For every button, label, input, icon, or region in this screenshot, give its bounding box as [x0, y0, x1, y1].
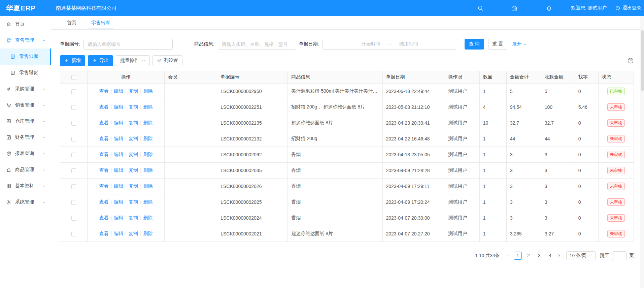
edit-link[interactable]: 编辑 [114, 120, 123, 125]
help-icon[interactable] [627, 57, 634, 64]
bank-icon[interactable] [512, 5, 518, 11]
copy-link[interactable]: 复制 [129, 215, 138, 220]
copy-link[interactable]: 复制 [129, 231, 138, 236]
delete-link[interactable]: 删除 [143, 152, 153, 157]
delete-link[interactable]: 删除 [143, 167, 153, 173]
reset-button[interactable]: 重 置 [488, 39, 508, 50]
view-link[interactable]: 查看 [99, 120, 109, 125]
edit-link[interactable]: 编辑 [114, 136, 123, 141]
sidebar-item-sales[interactable]: 销售管理 [0, 97, 51, 113]
edit-link[interactable]: 编辑 [114, 167, 123, 173]
expand-link[interactable]: 展开 [512, 41, 527, 47]
page-size-select[interactable]: 10 条/页 [566, 251, 596, 260]
tab-0[interactable]: 首页 [63, 16, 80, 29]
select-all-checkbox[interactable] [71, 75, 76, 80]
logout-button[interactable]: 退出登录 [615, 5, 641, 11]
sidebar-subitem[interactable]: 零售出库 [0, 49, 51, 65]
page-number-3[interactable]: 3 [535, 252, 543, 260]
sidebar-item-purchase[interactable]: 采购管理 [0, 81, 51, 97]
bell-icon[interactable] [546, 5, 552, 11]
sidebar-item-report[interactable]: 报表查询 [0, 146, 51, 162]
delete-link[interactable]: 删除 [143, 136, 153, 141]
delete-link[interactable]: 删除 [143, 231, 153, 236]
row-checkbox[interactable] [71, 232, 76, 236]
chevron-down-icon [42, 184, 46, 188]
product-info-input[interactable] [218, 39, 296, 50]
view-link[interactable]: 查看 [99, 199, 109, 204]
page-number-4[interactable]: 4 [546, 252, 554, 260]
sidebar-item-warehouse[interactable]: 仓库管理 [0, 113, 51, 129]
sidebar-subitem[interactable]: 零售退货 [0, 65, 51, 81]
copy-link[interactable]: 复制 [129, 167, 138, 173]
sidebar-item-basic[interactable]: 基本资料 [0, 178, 51, 194]
copy-link[interactable]: 复制 [129, 88, 138, 94]
copy-link[interactable]: 复制 [129, 136, 138, 141]
page-number-2[interactable]: 2 [524, 252, 533, 260]
copy-link[interactable]: 复制 [129, 152, 138, 157]
prev-page-icon[interactable] [505, 252, 512, 260]
product-cell: 香烟 [288, 210, 382, 226]
search-button[interactable]: 查 询 [465, 39, 484, 50]
edit-link[interactable]: 编辑 [114, 215, 123, 220]
row-checkbox[interactable] [71, 200, 76, 205]
row-checkbox[interactable] [71, 137, 76, 141]
row-checkbox[interactable] [71, 168, 76, 173]
view-link[interactable]: 查看 [99, 183, 109, 189]
add-button[interactable]: 新增 [60, 55, 85, 66]
bill-no-input[interactable] [83, 39, 173, 50]
row-checkbox[interactable] [71, 153, 76, 157]
copy-link[interactable]: 复制 [129, 183, 138, 189]
export-button[interactable]: 导出 [88, 55, 113, 66]
total-amount-cell: 32.7 [506, 115, 541, 131]
sidebar-item-goods[interactable]: 商品管理 [0, 162, 51, 178]
delete-link[interactable]: 删除 [143, 199, 153, 204]
row-checkbox[interactable] [71, 121, 76, 126]
tab-1[interactable]: 零售出库 [88, 16, 114, 29]
view-link[interactable]: 查看 [99, 136, 109, 141]
edit-link[interactable]: 编辑 [114, 183, 123, 189]
delete-link[interactable]: 删除 [143, 215, 153, 220]
delete-link[interactable]: 删除 [143, 183, 153, 189]
doc-icon [10, 54, 15, 59]
jump-to-page-input[interactable] [612, 251, 627, 260]
row-checkbox[interactable] [71, 89, 76, 94]
view-link[interactable]: 查看 [99, 104, 109, 109]
copy-link[interactable]: 复制 [129, 104, 138, 109]
date-range-picker[interactable]: 开始时间 ~ 结束时间 [323, 39, 457, 50]
copy-link[interactable]: 复制 [129, 120, 138, 125]
view-link[interactable]: 查看 [99, 167, 109, 173]
view-link[interactable]: 查看 [99, 88, 109, 94]
view-link[interactable]: 查看 [99, 215, 109, 220]
sidebar-item-retail[interactable]: 零售管理 [0, 32, 51, 49]
page-scrollbar[interactable] [640, 16, 644, 288]
next-page-icon[interactable] [555, 252, 563, 260]
action-separator: | [111, 104, 112, 109]
row-checkbox[interactable] [71, 216, 76, 221]
quantity-cell: 1 [479, 163, 506, 179]
batch-operations-button[interactable]: 批量操作 [116, 55, 150, 66]
change-cell: 0 [575, 147, 598, 163]
page-number-1[interactable]: 1 [514, 252, 522, 260]
row-checkbox[interactable] [71, 105, 76, 110]
sidebar-item-finance[interactable]: 财务管理 [0, 129, 51, 146]
delete-link[interactable]: 删除 [143, 120, 153, 125]
bill-no-cell: LSCK00000002950 [217, 84, 288, 99]
member-cell [165, 179, 217, 194]
search-icon[interactable] [477, 5, 483, 11]
edit-link[interactable]: 编辑 [114, 152, 123, 157]
edit-link[interactable]: 编辑 [114, 231, 123, 236]
edit-link[interactable]: 编辑 [114, 104, 123, 109]
delete-link[interactable]: 删除 [143, 104, 153, 109]
view-link[interactable]: 查看 [99, 231, 109, 236]
sidebar-item-system[interactable]: 系统管理 [0, 194, 51, 210]
column-settings-button[interactable]: 列设置 [152, 55, 182, 66]
edit-link[interactable]: 编辑 [114, 199, 123, 204]
row-checkbox[interactable] [71, 184, 76, 189]
copy-link[interactable]: 复制 [129, 199, 138, 204]
delete-link[interactable]: 删除 [143, 88, 153, 94]
view-link[interactable]: 查看 [99, 152, 109, 157]
edit-link[interactable]: 编辑 [114, 88, 123, 94]
scrollbar-thumb[interactable] [641, 30, 644, 91]
operator-cell: 测试用户 [445, 163, 479, 179]
sidebar-item-home[interactable]: 首页 [0, 16, 51, 32]
